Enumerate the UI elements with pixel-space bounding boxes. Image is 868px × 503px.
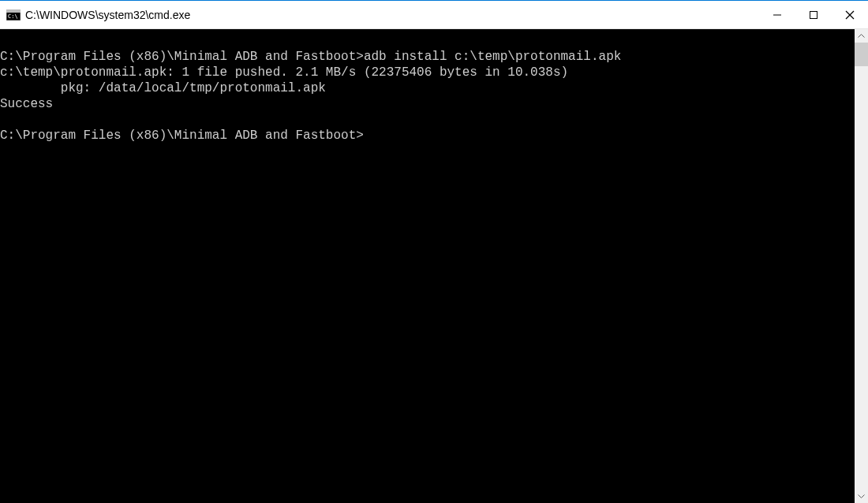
close-button[interactable] [832,1,868,28]
output-line: pkg: /data/local/tmp/protonmail.apk [0,81,326,95]
svg-rect-4 [810,11,817,18]
output-line: c:\temp\protonmail.apk: 1 file pushed. 2… [0,65,568,80]
svg-rect-1 [6,9,21,13]
vertical-scrollbar[interactable] [855,29,868,503]
command-text: adb install c:\temp\protonmail.apk [364,50,621,64]
console-output[interactable]: C:\Program Files (x86)\Minimal ADB and F… [0,29,855,503]
output-line: Success [0,97,53,111]
cmd-window: C:\ C:\WINDOWS\system32\cmd.exe C:\Progr… [0,0,868,503]
window-controls [759,1,868,28]
cmd-icon: C:\ [6,9,21,21]
prompt-text: C:\Program Files (x86)\Minimal ADB and F… [0,129,364,143]
scroll-up-button[interactable] [855,29,868,43]
scroll-track[interactable] [855,43,868,490]
prompt-text: C:\Program Files (x86)\Minimal ADB and F… [0,50,364,64]
svg-text:C:\: C:\ [8,13,18,20]
window-title: C:\WINDOWS\system32\cmd.exe [25,9,190,21]
scroll-down-button[interactable] [855,490,868,503]
client-area: C:\Program Files (x86)\Minimal ADB and F… [0,29,868,503]
titlebar[interactable]: C:\ C:\WINDOWS\system32\cmd.exe [0,1,868,29]
scroll-thumb[interactable] [855,43,868,66]
minimize-button[interactable] [759,1,795,28]
maximize-button[interactable] [795,1,832,28]
